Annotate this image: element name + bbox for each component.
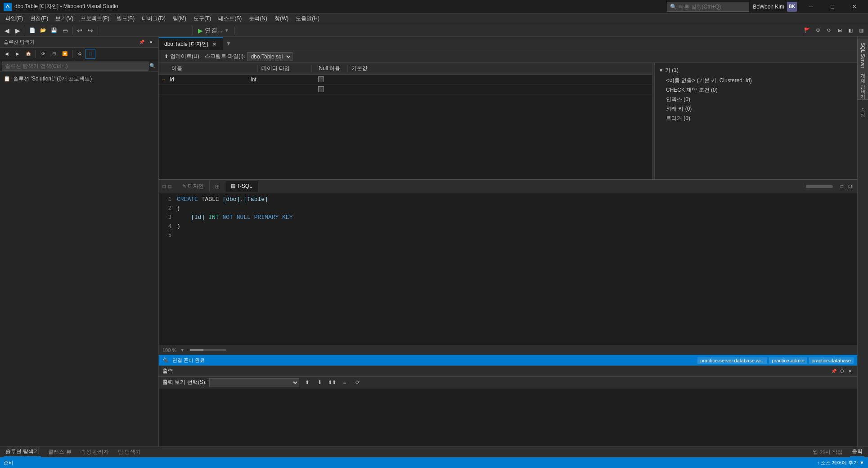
script-file-dropdown[interactable]: dbo.Table.sql — [247, 52, 292, 61]
toolbar-btn-extra5[interactable]: ◧ — [846, 26, 855, 36]
tab-expand-button[interactable]: ▼ — [223, 37, 234, 50]
bottom-tab-solution[interactable]: 솔루션 탐색기 — [4, 447, 41, 457]
save-button[interactable]: 💾 — [49, 26, 59, 36]
bottom-tab-web-publish[interactable]: 웹 게시 작업 — [811, 447, 845, 457]
output-pin-btn[interactable]: 📌 — [830, 368, 837, 375]
right-tab-properties[interactable]: 속성 — [857, 100, 868, 118]
line-num-4: 4 — [159, 222, 177, 231]
props-item-trigger[interactable]: 트리거 (0) — [659, 114, 854, 123]
solution-item[interactable]: 📋 솔루션 'Solution1' (0개 프로젝트) — [0, 74, 158, 84]
toolbar-btn-extra6[interactable]: ▥ — [856, 26, 866, 36]
right-tab-sql-server[interactable]: SQL Server 개체 탐색기 — [857, 39, 868, 100]
sidebar-collapse-btn[interactable]: ⊟ — [49, 49, 59, 59]
sidebar-pin-button[interactable]: 📌 — [138, 38, 146, 46]
run-button[interactable]: ▶ 연결... ▼ — [195, 26, 232, 36]
table-row[interactable]: → Id int — [159, 75, 652, 85]
menu-analyze[interactable]: 분석(N) — [245, 13, 271, 24]
open-button[interactable]: 📂 — [38, 26, 48, 36]
tab-close-dbo-table[interactable]: ✕ — [211, 41, 217, 47]
toolbar-separator-4 — [193, 27, 193, 35]
source-control-text[interactable]: ↑ 소스 제어에 추가 ▼ — [817, 459, 864, 466]
checkbox-null-empty[interactable] — [318, 86, 324, 92]
bottom-tab-class[interactable]: 클래스 뷰 — [46, 447, 73, 457]
menu-test[interactable]: 테스트(S) — [215, 13, 245, 24]
scroll-h-thumb[interactable] — [190, 349, 203, 351]
menu-edit[interactable]: 편집(E) — [27, 13, 52, 24]
menu-window[interactable]: 창(W) — [271, 13, 292, 24]
cell-name-id[interactable]: Id — [168, 76, 249, 83]
sidebar-view-btn[interactable]: □ — [85, 49, 95, 59]
sidebar-search-btn[interactable]: 🔍 — [148, 62, 157, 71]
sub-tab-grid[interactable]: ⊞ — [210, 181, 225, 192]
props-item-key[interactable]: <이름 없음> (기본 키, Clustered: Id) — [659, 76, 854, 85]
menu-team[interactable]: 팀(M) — [169, 13, 190, 24]
panel-expand-btn[interactable]: □ — [838, 183, 846, 190]
sub-tab-tsql[interactable]: ▦ T-SQL — [225, 181, 258, 192]
bottom-tab-output[interactable]: 출력 — [850, 447, 864, 457]
output-btn2[interactable]: ⬇ — [315, 378, 324, 388]
minimize-button[interactable]: ─ — [801, 0, 821, 13]
sidebar-filter-btn[interactable]: 🔽 — [60, 49, 70, 59]
forward-button[interactable]: ▶ — [13, 26, 22, 36]
quick-launch-search[interactable]: 🔍 — [667, 2, 749, 12]
output-btn3[interactable]: ⬆⬆ — [327, 378, 337, 388]
scroll-h-track[interactable] — [190, 349, 226, 351]
sidebar-close-button[interactable]: ✕ — [147, 38, 155, 46]
table-row-empty[interactable] — [159, 85, 652, 94]
undo-button[interactable]: ↩ — [75, 26, 85, 36]
toolbar-btn-extra3[interactable]: ⟳ — [824, 26, 834, 36]
menu-file[interactable]: 파일(F) — [2, 13, 27, 24]
menu-view[interactable]: 보기(V) — [52, 13, 77, 24]
checkbox-null-id[interactable] — [318, 76, 324, 82]
sidebar-search-input[interactable] — [2, 62, 148, 71]
sql-editor[interactable]: 1 CREATE TABLE [dbo].[Table] 2 ( 3 [Id] … — [159, 193, 857, 345]
bottom-tab-property-manager[interactable]: 속성 관리자 — [79, 447, 111, 457]
output-btn1[interactable]: ⬆ — [302, 378, 312, 388]
sidebar-settings-btn[interactable]: ⚙ — [75, 49, 85, 59]
props-item-fk[interactable]: 외래 키 (0) — [659, 104, 854, 114]
panel-float-btn[interactable]: ⬡ — [846, 183, 854, 190]
menu-build[interactable]: 빌드(B) — [113, 13, 138, 24]
output-title: 출력 — [162, 367, 173, 375]
cell-null-empty[interactable] — [303, 86, 339, 92]
update-button[interactable]: ⬆ 업데이트(U) — [162, 52, 201, 61]
maximize-button[interactable]: □ — [822, 0, 843, 13]
props-item-check[interactable]: CHECK 제약 조건 (0) — [659, 85, 854, 95]
scroll-indicator[interactable] — [806, 185, 833, 188]
sidebar-refresh-btn[interactable]: ⟳ — [38, 49, 48, 59]
redo-button[interactable]: ↪ — [85, 26, 95, 36]
menu-tools[interactable]: 도구(T) — [190, 13, 215, 24]
menu-debug[interactable]: 디버그(D) — [138, 13, 169, 24]
toolbar-btn-extra1[interactable]: 🚩 — [802, 26, 812, 36]
cell-type-id[interactable]: int — [249, 76, 303, 83]
update-icon: ⬆ — [164, 53, 168, 59]
back-button[interactable]: ◀ — [2, 26, 12, 36]
sub-tab-design[interactable]: ✎ 디자인 — [177, 181, 210, 192]
output-close-btn[interactable]: ✕ — [846, 368, 854, 375]
user-avatar[interactable]: BK — [787, 2, 797, 12]
sidebar-forward-btn[interactable]: ▶ — [13, 49, 22, 59]
output-view-select[interactable] — [209, 378, 299, 387]
output-btn4[interactable]: ≡ — [340, 378, 350, 388]
sidebar-home-btn[interactable]: 🏠 — [23, 49, 33, 59]
menu-project[interactable]: 프로젝트(P) — [77, 13, 113, 24]
quick-launch-input[interactable] — [679, 4, 746, 10]
toolbar-btn-extra2[interactable]: ⚙ — [813, 26, 823, 36]
toolbar-btn-extra4[interactable]: ⊞ — [835, 26, 845, 36]
sidebar-content: 📋 솔루션 'Solution1' (0개 프로젝트) — [0, 72, 158, 446]
props-item-index[interactable]: 인덱스 (0) — [659, 95, 854, 104]
window-controls[interactable]: ─ □ ✕ — [801, 0, 864, 13]
close-button[interactable]: ✕ — [844, 0, 864, 13]
new-file-button[interactable]: 📄 — [27, 26, 37, 36]
output-btn5[interactable]: ⟳ — [352, 378, 362, 388]
output-float-btn[interactable]: ⬡ — [838, 368, 846, 375]
bottom-tab-team[interactable]: 팀 탐색기 — [116, 447, 143, 457]
zoom-dropdown-icon[interactable]: ▼ — [180, 348, 184, 352]
sidebar-back-btn[interactable]: ◀ — [2, 49, 12, 59]
menu-help[interactable]: 도움말(H) — [292, 13, 323, 24]
output-panel-controls: 📌 ⬡ ✕ — [830, 368, 854, 375]
cell-null-id[interactable] — [303, 76, 339, 82]
tab-dbo-table[interactable]: dbo.Table [디자인] ✕ — [159, 37, 223, 50]
save-all-button[interactable]: 🗃 — [60, 26, 70, 36]
props-collapse-icon[interactable]: ▼ — [659, 68, 663, 73]
